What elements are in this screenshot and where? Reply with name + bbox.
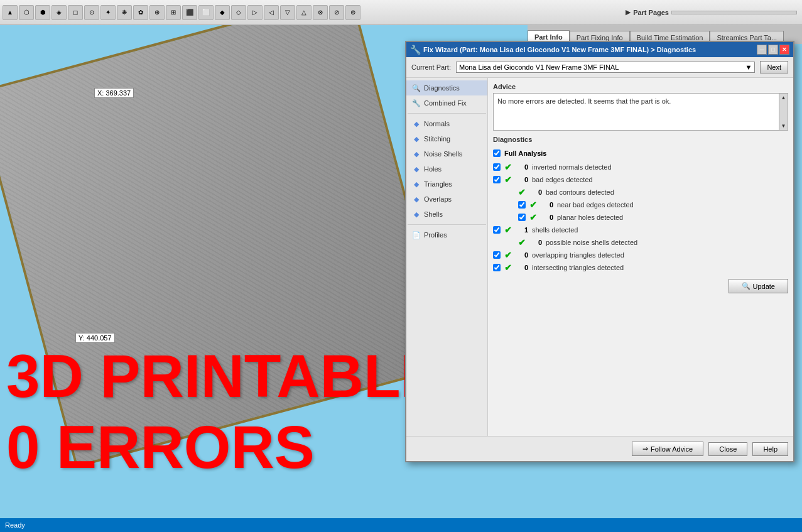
full-analysis-checkbox[interactable] [493, 149, 501, 157]
check-inverted-normals: ✔ [504, 162, 512, 172]
follow-advice-button[interactable]: ⇒ Follow Advice [632, 442, 703, 456]
dialog-title-left: 🔧 Fix Wizard (Part: Mona Lisa del Giocon… [410, 45, 696, 55]
sidebar-item-shells[interactable]: ◆ Shells [406, 207, 487, 222]
tool-icon-16[interactable]: ▷ [247, 5, 263, 20]
tool-icon-6[interactable]: ⊙ [84, 5, 99, 20]
dialog-controls: ─ □ ✕ [757, 45, 789, 55]
diag-row-inverted-normals: ✔ 0 inverted normals detected [493, 161, 788, 173]
cb-intersecting[interactable] [493, 264, 501, 271]
profiles-icon: 📄 [411, 230, 421, 240]
tool-icon-7[interactable]: ✦ [100, 5, 116, 20]
sidebar-label-diagnostics: Diagnostics [424, 84, 460, 92]
full-analysis-label: Full Analysis [504, 149, 546, 157]
dialog-title-icon: 🔧 [410, 45, 421, 55]
tool-icon-1[interactable]: ▲ [3, 5, 18, 20]
diag-row-bad-contours: ✔ 0 bad contours detected [493, 186, 788, 198]
dialog-footer: ⇒ Follow Advice Close Help [406, 436, 793, 461]
check-planar-holes: ✔ [529, 212, 537, 222]
tool-icon-9[interactable]: ✿ [133, 5, 148, 20]
next-button[interactable]: Next [760, 61, 788, 73]
minimize-button[interactable]: ─ [757, 45, 767, 55]
close-dialog-button[interactable]: Close [708, 442, 747, 456]
text-inverted-normals: inverted normals detected [532, 163, 612, 171]
update-area: 🔍 Update [493, 279, 788, 293]
update-button[interactable]: 🔍 Update [729, 279, 788, 293]
sidebar-item-noise-shells[interactable]: ◆ Noise Shells [406, 146, 487, 161]
sidebar-item-stitching[interactable]: ◆ Stitching [406, 131, 487, 146]
maximize-button[interactable]: □ [768, 45, 778, 55]
tool-icon-14[interactable]: ◆ [215, 5, 230, 20]
sidebar-item-overlaps[interactable]: ◆ Overlaps [406, 192, 487, 207]
text-bad-edges: bad edges detected [532, 176, 593, 183]
check-bad-edges: ✔ [504, 175, 512, 185]
advice-section: Advice No more errors are detected. It s… [493, 83, 788, 131]
toolbar: ▲ ⬡ ⬢ ◈ ◻ ⊙ ✦ ❋ ✿ ⊕ ⊞ ⬛ ⬜ ◆ ◇ ▷ ◁ ▽ △ ⊗ … [0, 0, 802, 25]
text-planar-holes: planar holes detected [557, 214, 623, 221]
check-overlapping: ✔ [504, 250, 512, 260]
coord-x-label: X: 369.337 [94, 88, 134, 98]
text-intersecting: intersecting triangles detected [532, 264, 624, 271]
tool-icon-13[interactable]: ⬜ [198, 5, 214, 20]
sidebar-item-diagnostics[interactable]: 🔍 Diagnostics [406, 80, 487, 95]
part-pages-label: Part Pages [633, 9, 669, 16]
sidebar-item-holes[interactable]: ◆ Holes [406, 161, 487, 176]
tool-icon-20[interactable]: ⊗ [313, 5, 328, 20]
tool-icon-12[interactable]: ⬛ [182, 5, 197, 20]
tool-icon-5[interactable]: ◻ [68, 5, 83, 20]
help-button[interactable]: Help [752, 442, 788, 456]
check-shells: ✔ [504, 225, 512, 235]
diag-row-planar-holes: ✔ 0 planar holes detected [493, 211, 788, 224]
sidebar-item-profiles[interactable]: 📄 Profiles [406, 227, 487, 242]
triangles-icon: ◆ [411, 179, 421, 189]
tool-icon-19[interactable]: △ [296, 5, 312, 20]
sidebar-item-triangles[interactable]: ◆ Triangles [406, 176, 487, 192]
dialog-main: Advice No more errors are detected. It s… [488, 78, 793, 436]
current-part-row: Current Part: Mona Lisa del Giocondo V1 … [406, 57, 793, 78]
advice-scrollbar[interactable]: ▲ ▼ [779, 94, 788, 130]
update-btn-label: Update [753, 283, 775, 290]
sidebar-item-combined-fix[interactable]: 🔧 Combined Fix [406, 95, 487, 111]
tool-icon-11[interactable]: ⊞ [166, 5, 181, 20]
tool-icon-3[interactable]: ⬢ [35, 5, 50, 20]
sidebar-label-noise-shells: Noise Shells [424, 150, 462, 158]
sidebar-label-profiles: Profiles [424, 231, 447, 239]
text-noise-shells: possible noise shells detected [546, 239, 637, 246]
tool-icon-10[interactable]: ⊕ [149, 5, 165, 20]
full-analysis-row: Full Analysis [493, 149, 788, 157]
overlaps-icon: ◆ [411, 194, 421, 204]
diag-row-shells: ✔ 1 shells detected [493, 224, 788, 236]
tool-icon-4[interactable]: ◈ [51, 5, 67, 20]
cb-overlapping[interactable] [493, 251, 501, 259]
close-button[interactable]: ✕ [779, 45, 789, 55]
tool-icon-21[interactable]: ⊘ [329, 5, 344, 20]
check-near-bad-edges: ✔ [529, 200, 537, 210]
count-bad-edges: 0 [516, 176, 528, 183]
tool-icon-2[interactable]: ⬡ [19, 5, 34, 20]
toolbar-icons: ▲ ⬡ ⬢ ◈ ◻ ⊙ ✦ ❋ ✿ ⊕ ⊞ ⬛ ⬜ ◆ ◇ ▷ ◁ ▽ △ ⊗ … [0, 5, 626, 20]
count-intersecting: 0 [516, 264, 528, 271]
watermark-errors: 0 ERRORS [6, 413, 315, 482]
diagnostics-icon: 🔍 [411, 83, 421, 93]
tool-icon-8[interactable]: ❋ [117, 5, 132, 20]
cb-bad-edges[interactable] [493, 176, 501, 183]
normals-icon: ◆ [411, 119, 421, 129]
tool-icon-15[interactable]: ◇ [231, 5, 246, 20]
cb-inverted-normals[interactable] [493, 163, 501, 171]
cb-planar-holes[interactable] [518, 214, 526, 221]
dialog-title-text: Fix Wizard (Part: Mona Lisa del Giocondo… [423, 46, 696, 53]
tool-icon-17[interactable]: ◁ [264, 5, 279, 20]
tool-icon-22[interactable]: ⊚ [345, 5, 360, 20]
scrollbar-down-arrow[interactable]: ▼ [780, 122, 788, 130]
diag-row-bad-edges: ✔ 0 bad edges detected [493, 173, 788, 186]
sidebar-label-shells: Shells [424, 210, 443, 218]
tool-icon-18[interactable]: ▽ [280, 5, 295, 20]
part-dropdown[interactable]: Mona Lisa del Giocondo V1 New Frame 3MF … [456, 62, 755, 73]
dialog-titlebar: 🔧 Fix Wizard (Part: Mona Lisa del Giocon… [406, 42, 793, 57]
diagnostics-section: Diagnostics Full Analysis ✔ 0 inverted n… [493, 136, 788, 293]
sidebar-item-normals[interactable]: ◆ Normals [406, 116, 487, 131]
cb-near-bad-edges[interactable] [518, 201, 526, 209]
follow-advice-icon: ⇒ [642, 445, 648, 453]
scrollbar-up-arrow[interactable]: ▲ [780, 94, 788, 102]
cb-shells[interactable] [493, 226, 501, 234]
sidebar-label-triangles: Triangles [424, 180, 452, 188]
